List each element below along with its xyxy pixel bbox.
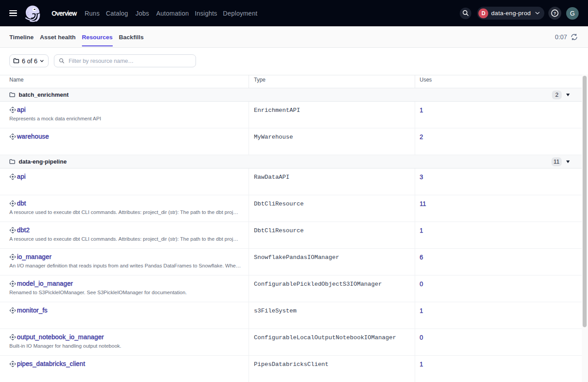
- svg-text:?: ?: [554, 11, 556, 16]
